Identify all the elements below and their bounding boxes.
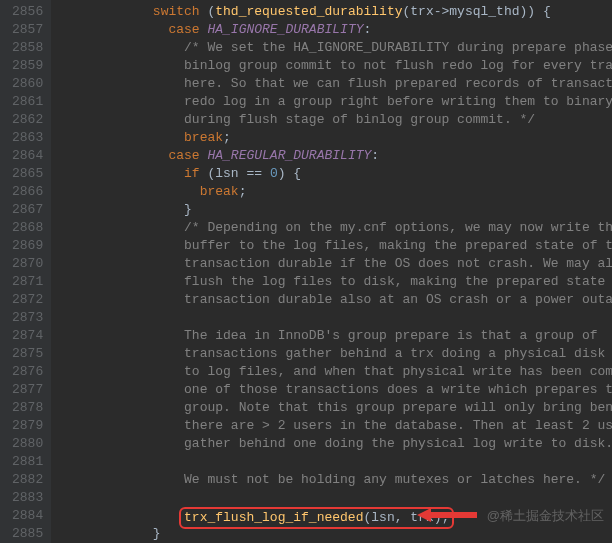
svg-marker-0 — [417, 508, 477, 522]
line-number: 2879 — [12, 417, 43, 435]
code-line[interactable] — [59, 309, 612, 327]
code-line[interactable]: redo log in a group right before writing… — [59, 93, 612, 111]
line-number: 2864 — [12, 147, 43, 165]
line-number: 2873 — [12, 309, 43, 327]
line-number: 2856 — [12, 3, 43, 21]
code-area[interactable]: switch (thd_requested_durability(trx->my… — [51, 0, 612, 543]
line-number: 2862 — [12, 111, 43, 129]
line-number: 2858 — [12, 39, 43, 57]
code-line[interactable]: break; — [59, 129, 612, 147]
line-number: 2875 — [12, 345, 43, 363]
code-line[interactable]: break; — [59, 183, 612, 201]
line-number: 2868 — [12, 219, 43, 237]
line-number: 2878 — [12, 399, 43, 417]
line-number: 2881 — [12, 453, 43, 471]
line-number: 2876 — [12, 363, 43, 381]
code-line[interactable]: during flush stage of binlog group commi… — [59, 111, 612, 129]
line-number: 2863 — [12, 129, 43, 147]
code-editor[interactable]: 2856285728582859286028612862286328642865… — [0, 0, 612, 543]
line-number: 2880 — [12, 435, 43, 453]
line-number: 2882 — [12, 471, 43, 489]
code-line[interactable]: The idea in InnoDB's group prepare is th… — [59, 327, 612, 345]
line-number: 2865 — [12, 165, 43, 183]
line-number: 2883 — [12, 489, 43, 507]
line-number: 2859 — [12, 57, 43, 75]
line-number: 2857 — [12, 21, 43, 39]
highlighted-call: trx_flush_log_if_needed(lsn, trx); — [179, 507, 454, 529]
code-line[interactable]: flush the log files to disk, making the … — [59, 273, 612, 291]
code-line[interactable]: /* We set the HA_IGNORE_DURABILITY durin… — [59, 39, 612, 57]
code-line[interactable]: transaction durable also at an OS crash … — [59, 291, 612, 309]
code-line[interactable] — [59, 489, 612, 507]
code-line[interactable]: case HA_REGULAR_DURABILITY: — [59, 147, 612, 165]
line-number: 2869 — [12, 237, 43, 255]
line-number: 2871 — [12, 273, 43, 291]
code-line[interactable] — [59, 453, 612, 471]
line-number: 2866 — [12, 183, 43, 201]
code-line[interactable]: here. So that we can flush prepared reco… — [59, 75, 612, 93]
line-number-gutter: 2856285728582859286028612862286328642865… — [0, 0, 51, 543]
code-line[interactable]: one of those transactions does a write w… — [59, 381, 612, 399]
code-line[interactable]: transactions gather behind a trx doing a… — [59, 345, 612, 363]
code-line[interactable]: switch (thd_requested_durability(trx->my… — [59, 3, 612, 21]
line-number: 2877 — [12, 381, 43, 399]
code-line[interactable]: /* Depending on the my.cnf options, we m… — [59, 219, 612, 237]
line-number: 2860 — [12, 75, 43, 93]
code-line[interactable]: binlog group commit to not flush redo lo… — [59, 57, 612, 75]
code-line[interactable]: gather behind one doing the physical log… — [59, 435, 612, 453]
code-line[interactable]: } — [59, 201, 612, 219]
code-line[interactable]: to log files, and when that physical wri… — [59, 363, 612, 381]
code-line[interactable]: We must not be holding any mutexes or la… — [59, 471, 612, 489]
line-number: 2874 — [12, 327, 43, 345]
code-line[interactable]: buffer to the log files, making the prep… — [59, 237, 612, 255]
line-number: 2885 — [12, 525, 43, 543]
code-line[interactable]: transaction durable if the OS does not c… — [59, 255, 612, 273]
annotation-arrow — [417, 506, 477, 524]
watermark: @稀土掘金技术社区 — [487, 507, 604, 525]
line-number: 2870 — [12, 255, 43, 273]
code-line[interactable]: there are > 2 users in the database. The… — [59, 417, 612, 435]
line-number: 2867 — [12, 201, 43, 219]
line-number: 2872 — [12, 291, 43, 309]
line-number: 2861 — [12, 93, 43, 111]
code-line[interactable]: if (lsn == 0) { — [59, 165, 612, 183]
code-line[interactable]: case HA_IGNORE_DURABILITY: — [59, 21, 612, 39]
line-number: 2884 — [12, 507, 43, 525]
code-line[interactable]: group. Note that this group prepare will… — [59, 399, 612, 417]
